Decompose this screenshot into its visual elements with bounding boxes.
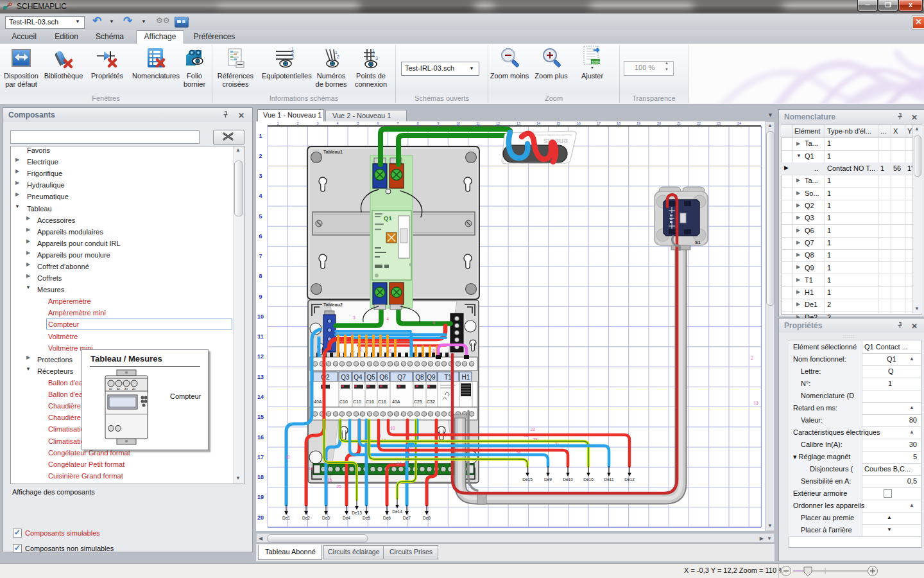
svg-text:20: 20: [657, 121, 661, 125]
svg-text:15: 15: [257, 414, 264, 420]
svg-text:2: 2: [337, 55, 339, 59]
svg-text:1: 1: [335, 50, 338, 55]
svg-text:12: 12: [496, 121, 500, 125]
svg-text:De1: De1: [282, 516, 290, 520]
svg-text:3: 3: [353, 315, 355, 320]
svg-text:Q3: Q3: [341, 374, 350, 381]
svg-text:De4: De4: [343, 516, 350, 520]
svg-text:7: 7: [397, 121, 398, 125]
svg-text:De8: De8: [423, 516, 431, 520]
svg-text:2: 2: [751, 356, 753, 360]
svg-text:13: 13: [753, 401, 758, 405]
svg-text:Tableau1: Tableau1: [323, 150, 343, 154]
svg-text:10: 10: [456, 121, 460, 125]
svg-text:Q6: Q6: [379, 374, 388, 381]
svg-text:4: 4: [386, 317, 389, 321]
svg-text:De11: De11: [604, 477, 613, 482]
svg-text:De6: De6: [383, 516, 391, 520]
svg-text:2: 2: [296, 121, 298, 125]
svg-text:De10: De10: [563, 477, 573, 482]
svg-text:8: 8: [416, 121, 418, 125]
svg-text:A4: A4: [132, 387, 136, 390]
svg-text:10: 10: [257, 313, 264, 320]
svg-text:De9: De9: [544, 477, 552, 482]
svg-text:1: 1: [259, 133, 262, 139]
svg-text:De13: De13: [352, 511, 362, 515]
svg-text:C25: C25: [414, 399, 422, 404]
svg-text:4: 4: [336, 121, 338, 125]
svg-text:3: 3: [350, 331, 353, 336]
svg-text:21: 21: [677, 121, 681, 125]
svg-text:C16: C16: [366, 399, 374, 404]
svg-text:100%: 100%: [592, 60, 602, 64]
svg-text:A2: A2: [117, 387, 121, 390]
svg-text:7: 7: [259, 253, 262, 259]
svg-text:T1: T1: [444, 374, 452, 381]
svg-text:S1: S1: [695, 240, 701, 245]
svg-text:H1: H1: [462, 374, 470, 381]
svg-text:18: 18: [257, 474, 264, 480]
svg-text:10: 10: [390, 426, 395, 430]
svg-text:24: 24: [737, 121, 741, 125]
svg-text:9: 9: [259, 293, 262, 300]
svg-text:18: 18: [617, 121, 620, 125]
svg-text:9: 9: [437, 121, 439, 125]
svg-text:17: 17: [597, 121, 601, 125]
svg-text:De14: De14: [392, 509, 402, 514]
svg-text:15: 15: [556, 121, 560, 125]
svg-text:5: 5: [320, 349, 322, 353]
svg-text:C10: C10: [353, 399, 361, 404]
svg-text:De15: De15: [522, 477, 533, 482]
svg-text:13: 13: [257, 374, 264, 380]
svg-text:Tableau2: Tableau2: [323, 302, 343, 307]
svg-text:C16: C16: [378, 399, 386, 404]
svg-text:8: 8: [259, 273, 262, 279]
svg-text:22: 22: [697, 121, 701, 125]
svg-text:6: 6: [377, 121, 379, 125]
svg-text:40A: 40A: [392, 399, 400, 404]
svg-text:12: 12: [257, 353, 264, 360]
svg-text:6: 6: [359, 347, 362, 351]
svg-text:11: 11: [476, 121, 480, 125]
svg-text:8: 8: [432, 349, 435, 353]
svg-text:De5: De5: [363, 516, 370, 520]
svg-text:17: 17: [397, 461, 402, 466]
svg-text:Q9: Q9: [427, 374, 436, 381]
svg-text:De12: De12: [624, 477, 635, 482]
svg-text:2: 2: [259, 153, 262, 159]
svg-text:19: 19: [257, 494, 264, 500]
svg-text:A1: A1: [109, 387, 113, 390]
svg-text:14: 14: [257, 394, 264, 400]
svg-text:14: 14: [536, 121, 540, 125]
svg-text:23: 23: [530, 427, 535, 432]
svg-text:17: 17: [257, 454, 264, 460]
svg-text:1: 1: [277, 121, 278, 125]
svg-text:De3: De3: [322, 516, 330, 520]
svg-text:Q5: Q5: [366, 374, 375, 381]
svg-text:A3: A3: [124, 387, 128, 390]
svg-text:5: 5: [259, 213, 262, 220]
svg-text:4: 4: [432, 320, 435, 325]
svg-text:C10: C10: [339, 399, 348, 404]
svg-text:15: 15: [327, 478, 332, 482]
svg-text:4: 4: [259, 193, 262, 199]
svg-text:11: 11: [257, 333, 264, 340]
svg-text:6: 6: [259, 233, 262, 240]
svg-text:13: 13: [517, 121, 520, 125]
svg-text:23: 23: [717, 121, 721, 125]
svg-text:16: 16: [577, 121, 581, 125]
svg-text:3: 3: [375, 56, 378, 60]
svg-text:De7: De7: [403, 516, 411, 520]
svg-text:3: 3: [259, 173, 262, 179]
svg-text:19: 19: [637, 121, 640, 125]
svg-text:40A: 40A: [314, 399, 322, 404]
svg-text:10: 10: [285, 455, 290, 459]
svg-text:*ONTROL MARES PROTECT*ON*: *ONTROL MARES PROTECT*ON*: [536, 134, 573, 137]
svg-text:Q1: Q1: [384, 215, 392, 222]
svg-text:16: 16: [257, 434, 264, 441]
svg-text:C32: C32: [427, 399, 435, 404]
svg-text:14: 14: [308, 466, 313, 471]
svg-text:2: 2: [372, 52, 375, 57]
svg-text:8: 8: [389, 349, 391, 353]
svg-text:Q4: Q4: [354, 374, 363, 381]
